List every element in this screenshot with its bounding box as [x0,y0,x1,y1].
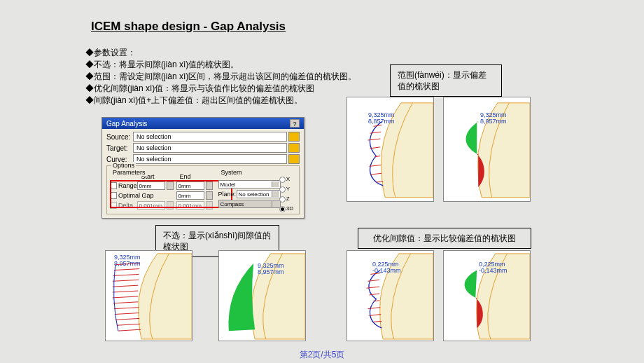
svg-line-13 [113,291,138,292]
target-label: Target: [106,144,133,152]
measure-label: 8,957mm [480,118,507,125]
axis-y-radio[interactable] [279,186,286,193]
svg-line-14 [113,296,138,298]
bullet-item: ◆优化间隙(jiàn xì)值：将显示与该值作比较的偏差值的梳状图 [85,83,362,95]
axis-x-label: X [286,174,290,184]
measure-label: -0,143mm [479,267,507,274]
svg-line-10 [113,274,139,275]
bullet-list: ◆参数设置： ◆不选：将显示间隙(jiàn xì)值的梳状图。 ◆范围：需设定间… [85,47,362,107]
curve-pick-icon[interactable] [288,154,300,164]
note-optimal: 优化间隙值：显示比较偏差值的梳状图 [358,228,531,249]
target-pick-icon[interactable] [288,143,300,153]
end-header: End [177,173,216,180]
bullet-item: ◆不选：将显示间隙(jiàn xì)值的梳状图。 [85,59,362,71]
svg-line-12 [113,285,138,287]
svg-line-27 [369,315,381,316]
thumb-range-2: 9,325mm 8,957mm [443,97,531,202]
svg-line-3 [370,147,380,149]
plane-label: Plane: [218,191,237,198]
dialog-titlebar[interactable]: Gap Analysis ? [102,118,304,129]
svg-line-17 [115,313,139,315]
measure-label: 8,957mm [114,260,141,267]
axis-z-radio[interactable] [279,196,286,203]
page-title: ICEM shape design - Gap Analysis [91,20,286,34]
system-group: System Model Plane: No selection Compass… [218,173,296,211]
options-label: Options [111,162,136,169]
plane-select[interactable]: No selection [237,190,281,198]
parameters-label: Parameters [111,169,147,176]
thumb-optimal-2: 0,225mm -0,143mm [443,250,531,341]
svg-line-19 [117,324,140,325]
compass-button[interactable]: Compass [218,200,281,208]
highlight-box [110,180,232,208]
svg-line-18 [115,318,139,320]
measure-label: 8,857mm [368,118,395,125]
thumb-optimal-1: 0,225mm -0,143mm [346,250,434,341]
thumb-unselected-1: 9,325mm 8,957mm [105,250,192,341]
bullet-item: ◆间隙(jiàn xì)值+上下偏差值：超出区间值的偏差梳状图。 [85,95,362,107]
help-button[interactable]: ? [290,119,300,128]
measure-label: 8,957mm [258,268,284,275]
bullet-item: ◆范围：需设定间隙(jiàn xì)区间，将显示超出该区间的偏差值的梳状图。 [85,71,362,83]
svg-line-16 [114,308,139,309]
source-field[interactable]: No selection [133,132,287,142]
system-label: System [220,169,244,176]
svg-line-11 [113,280,139,281]
axis-3d-label: 3D [286,204,293,214]
dialog-title: Gap Analysis [106,120,147,128]
gap-analysis-dialog: Gap Analysis ? Source: No selection Targ… [102,117,304,219]
svg-line-20 [118,329,141,331]
options-group: Options Parameters Start End Range 0mm 0… [106,165,300,214]
thumb-unselected-2: 9,325mm 8,957mm [218,250,306,341]
axis-x-radio[interactable] [279,177,286,183]
svg-line-6 [370,173,382,174]
svg-line-15 [113,302,138,303]
page-indicator: 第2页/共5页 [0,349,644,361]
measure-label: -0,143mm [372,267,401,274]
bullet-item: ◆参数设置： [85,47,362,59]
thumb-range-1: 9,325mm 8,857mm [346,97,434,202]
parameters-group: Parameters Start End Range 0mm 0mm [110,173,216,211]
axis-y-label: Y [286,184,290,194]
target-field[interactable]: No selection [133,143,287,153]
note-range: 范围(fànwéi)：显示偏差值的梳状图 [390,64,502,97]
curve-field[interactable]: No selection [133,154,287,164]
svg-line-9 [114,269,139,270]
model-select[interactable]: Model [218,180,281,189]
svg-line-26 [368,308,381,309]
axis-3d-radio[interactable] [279,206,286,212]
source-label: Source: [106,133,133,141]
source-pick-icon[interactable] [288,132,300,142]
axis-z-label: Z [286,194,290,204]
